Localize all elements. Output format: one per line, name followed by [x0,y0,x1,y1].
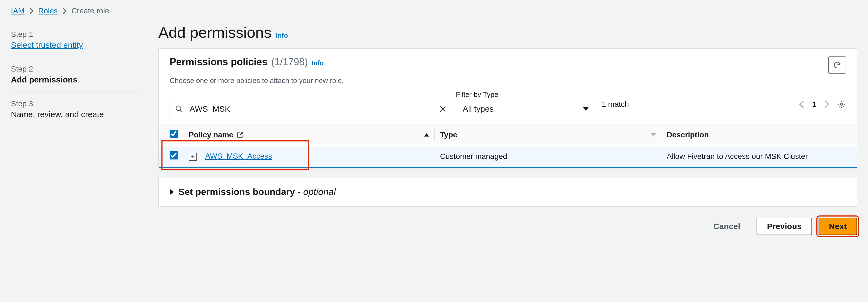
match-count: 1 match [602,100,629,109]
footer-actions: Cancel Previous Next [158,216,857,235]
policy-search [169,100,451,118]
permissions-boundary-section: Set permissions boundary - optional [158,178,857,207]
step-title-active: Add permissions [11,75,142,84]
policies-table: Policy name Type [159,124,857,168]
search-input[interactable] [169,100,451,118]
table-row[interactable]: + AWS_MSK_Access Customer managed Allow … [159,145,857,168]
refresh-button[interactable] [828,56,846,74]
gear-icon [837,100,846,109]
filter-type-select[interactable]: All types [456,100,595,118]
chevron-right-icon [63,8,66,14]
chevron-left-icon [799,100,804,109]
row-checkbox[interactable] [169,151,178,159]
close-icon [439,105,446,113]
step-title-link[interactable]: Select trusted entity [11,40,83,50]
step-title: Name, review, and create [11,110,142,119]
card-title: Permissions policies [169,56,268,68]
col-header-type[interactable]: Type [440,130,457,139]
page-title: Add permissions [158,24,272,41]
svg-point-0 [176,106,181,111]
policy-type: Customer managed [435,145,661,168]
chevron-right-icon [824,100,830,109]
pagination: 1 [799,100,846,109]
page-next-button[interactable] [824,100,830,109]
info-link[interactable]: Info [312,59,324,67]
sort-none-icon[interactable] [651,133,656,137]
step-label: Step 2 [11,65,142,73]
cancel-button[interactable]: Cancel [704,218,750,235]
wizard-step-1[interactable]: Step 1 Select trusted entity [11,24,142,58]
col-header-policy-name[interactable]: Policy name [189,130,233,139]
svg-point-4 [840,103,843,105]
chevron-right-icon [30,8,33,14]
filter-type-label: Filter by Type [456,90,595,99]
policy-name-link[interactable]: AWS_MSK_Access [205,152,272,160]
caret-down-icon [583,107,589,111]
card-count: (1/1798) [271,56,308,68]
next-button[interactable]: Next [818,218,857,235]
page-number: 1 [812,100,816,109]
svg-line-1 [180,110,182,112]
caret-right-icon [169,189,174,195]
filter-type-value: All types [463,104,494,114]
external-link-icon [237,131,244,139]
breadcrumb-roles[interactable]: Roles [38,6,58,15]
permissions-policies-card: Permissions policies (1/1798) Info Choos… [158,48,857,168]
wizard-step-2: Step 2 Add permissions [11,58,142,93]
page-prev-button[interactable] [799,100,804,109]
col-header-description[interactable]: Description [667,130,709,139]
policy-description: Allow Fivetran to Access our MSK Cluster [661,145,857,168]
breadcrumb-iam[interactable]: IAM [11,6,25,15]
boundary-label-main: Set permissions boundary - [178,186,303,197]
info-link[interactable]: Info [276,32,288,39]
search-icon [175,105,183,113]
card-subtitle: Choose one or more policies to attach to… [159,76,857,90]
clear-search-button[interactable] [439,105,446,113]
breadcrumb: IAM Roles Create role [0,0,868,18]
previous-button[interactable]: Previous [756,218,812,235]
wizard-steps: Step 1 Select trusted entity Step 2 Add … [11,24,142,127]
table-settings-button[interactable] [837,100,846,109]
select-all-checkbox[interactable] [169,130,178,138]
expand-row-button[interactable]: + [189,153,197,161]
boundary-label-optional: optional [303,186,336,197]
breadcrumb-current: Create role [71,6,109,15]
refresh-icon [833,61,841,69]
permissions-boundary-toggle[interactable]: Set permissions boundary - optional [169,186,336,197]
main-content: Add permissions Info Permissions policie… [158,24,857,235]
step-label: Step 1 [11,30,142,39]
sort-asc-icon[interactable] [424,133,429,137]
wizard-step-3: Step 3 Name, review, and create [11,93,142,127]
step-label: Step 3 [11,99,142,108]
